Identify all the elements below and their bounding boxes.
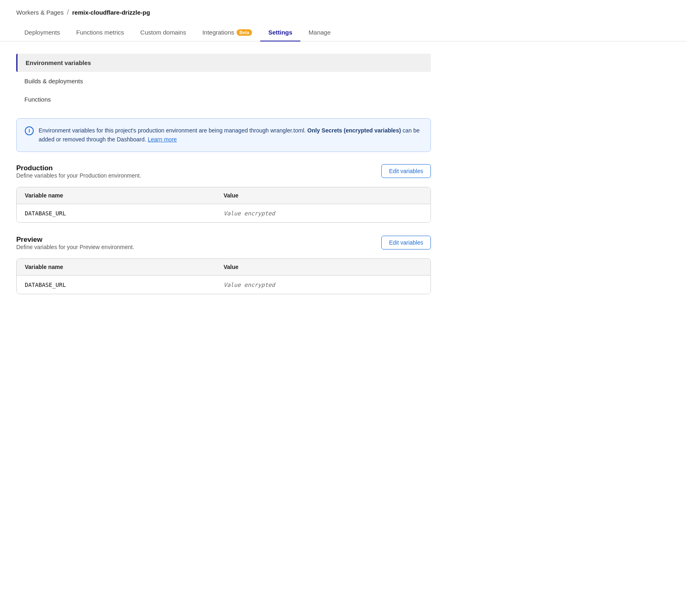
preview-col-value: Value: [224, 264, 422, 270]
info-box-text: Environment variables for this project's…: [39, 126, 422, 144]
production-var-name-0: DATABASE_URL: [25, 210, 224, 217]
table-row: DATABASE_URL Value encrypted: [17, 204, 430, 222]
tab-custom-domains[interactable]: Custom domains: [132, 24, 194, 41]
tab-manage[interactable]: Manage: [300, 24, 339, 41]
production-title: Production: [16, 164, 141, 172]
preview-variables-table: Variable name Value DATABASE_URL Value e…: [16, 258, 431, 294]
info-icon: i: [25, 126, 34, 135]
sidebar-item-functions[interactable]: Functions: [16, 90, 431, 108]
tab-functions-metrics[interactable]: Functions metrics: [68, 24, 133, 41]
breadcrumb-parent[interactable]: Workers & Pages: [16, 9, 63, 16]
learn-more-link[interactable]: Learn more: [148, 136, 177, 143]
preview-title: Preview: [16, 236, 134, 244]
sidebar-item-builds-deployments[interactable]: Builds & deployments: [16, 72, 431, 90]
preview-var-name-0: DATABASE_URL: [25, 282, 224, 288]
production-section: Production Define variables for your Pro…: [16, 164, 431, 223]
breadcrumb-separator: /: [67, 8, 69, 17]
preview-table-header: Variable name Value: [17, 259, 430, 275]
preview-section: Preview Define variables for your Previe…: [16, 236, 431, 294]
tab-settings[interactable]: Settings: [260, 24, 300, 41]
breadcrumb: Workers & Pages / remix-cloudflare-drizz…: [0, 0, 687, 17]
production-col-value: Value: [224, 192, 422, 199]
production-var-value-0: Value encrypted: [224, 210, 422, 217]
main-content: Environment variables Builds & deploymen…: [0, 41, 447, 319]
tab-integrations[interactable]: Integrations Beta: [194, 24, 260, 41]
section-nav: Environment variables Builds & deploymen…: [16, 54, 431, 108]
production-table-header: Variable name Value: [17, 187, 430, 204]
beta-badge: Beta: [237, 29, 252, 36]
breadcrumb-current: remix-cloudflare-drizzle-pg: [72, 9, 150, 16]
sidebar-item-environment-variables[interactable]: Environment variables: [16, 54, 431, 72]
preview-description: Define variables for your Preview enviro…: [16, 244, 134, 250]
production-col-name: Variable name: [25, 192, 224, 199]
info-box: i Environment variables for this project…: [16, 118, 431, 152]
table-row: DATABASE_URL Value encrypted: [17, 275, 430, 294]
preview-col-name: Variable name: [25, 264, 224, 270]
preview-edit-variables-button[interactable]: Edit variables: [381, 236, 431, 249]
production-header: Production Define variables for your Pro…: [16, 164, 431, 184]
tab-deployments[interactable]: Deployments: [16, 24, 68, 41]
preview-header: Preview Define variables for your Previe…: [16, 236, 431, 256]
main-nav: Deployments Functions metrics Custom dom…: [0, 24, 687, 41]
production-variables-table: Variable name Value DATABASE_URL Value e…: [16, 187, 431, 223]
production-edit-variables-button[interactable]: Edit variables: [381, 164, 431, 178]
preview-var-value-0: Value encrypted: [224, 282, 422, 288]
production-description: Define variables for your Production env…: [16, 172, 141, 179]
